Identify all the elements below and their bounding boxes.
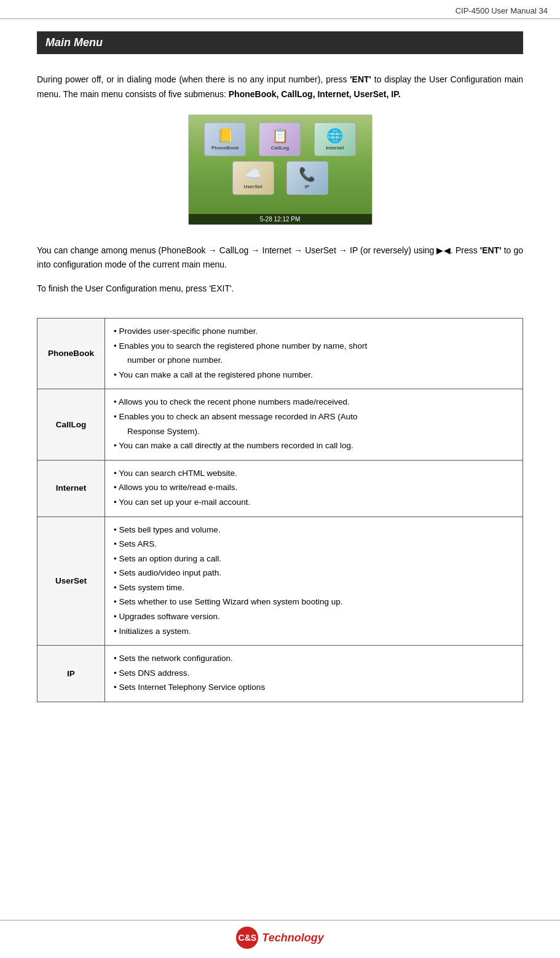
list-item: Sets the network configuration. bbox=[114, 652, 514, 665]
ip-icon: 📞 bbox=[299, 167, 315, 183]
internet-cell-desc: You can search cHTML website. Allows you… bbox=[105, 460, 523, 517]
intro-paragraph: During power off, or in dialing mode (wh… bbox=[37, 73, 523, 102]
nav-paragraph: You can change among menus (PhoneBook → … bbox=[37, 243, 523, 273]
list-item: Enables you to check an absent message r… bbox=[114, 410, 514, 424]
internet-icon-item: 🌐 Internet bbox=[314, 122, 356, 156]
bottom-icons-row: ☁️ UserSet 📞 IP bbox=[189, 161, 372, 200]
phonebook-icon-item: 📒 PhoneBook bbox=[204, 122, 246, 156]
list-item: You can make a call directly at the numb… bbox=[114, 439, 514, 453]
main-content: Main Menu During power off, or in dialin… bbox=[0, 19, 560, 764]
ent-label: 'ENT' bbox=[350, 74, 371, 84]
userset-icon-item: ☁️ UserSet bbox=[232, 161, 274, 195]
phonebook-cell-desc: Provides user-specific phone number. Ena… bbox=[105, 318, 523, 389]
internet-icon-box: 🌐 Internet bbox=[314, 122, 356, 156]
section-title: Main Menu bbox=[37, 31, 523, 54]
list-item: Sets Internet Telephony Service options bbox=[114, 681, 514, 694]
phonebook-label: PhoneBook bbox=[48, 349, 94, 358]
calllog-icon-item: 📋 CallLog bbox=[259, 122, 301, 156]
userset-label: UserSet bbox=[55, 576, 87, 585]
exit-text-content: To finish the User Configuration menu, p… bbox=[37, 283, 234, 293]
list-item: Sets whether to use Setting Wizard when … bbox=[114, 595, 514, 609]
menu-image-container: 📒 PhoneBook 📋 CallLog 🌐 Internet bbox=[37, 114, 523, 225]
table-body: PhoneBook Provides user-specific phone n… bbox=[37, 318, 523, 702]
internet-list: You can search cHTML website. Allows you… bbox=[114, 467, 514, 509]
calllog-cell-name: CallLog bbox=[37, 389, 105, 460]
internet-label: Internet bbox=[56, 483, 87, 493]
calllog-cell-desc: Allows you to check the recent phone num… bbox=[105, 389, 523, 460]
list-item: Provides user-specific phone number. bbox=[114, 325, 514, 338]
calllog-icon: 📋 bbox=[272, 128, 288, 144]
list-item: Sets audio/video input path. bbox=[114, 566, 514, 580]
list-item: You can set up your e-mail account. bbox=[114, 496, 514, 509]
ip-cell-name: IP bbox=[37, 646, 105, 702]
list-item: Sets an option during a call. bbox=[114, 552, 514, 566]
list-item: number or phone number. bbox=[114, 354, 514, 367]
ip-cell-desc: Sets the network configuration. Sets DNS… bbox=[105, 646, 523, 702]
list-item: Initializes a system. bbox=[114, 625, 514, 638]
ip-icon-item: 📞 IP bbox=[286, 161, 328, 195]
list-item: Sets system time. bbox=[114, 581, 514, 595]
internet-icon: 🌐 bbox=[326, 128, 343, 144]
timestamp-bar: 5-28 12:12 PM bbox=[189, 214, 372, 224]
submenus-label: PhoneBook, CallLog, Internet, UserSet, I… bbox=[229, 89, 401, 99]
exit-paragraph: To finish the User Configuration menu, p… bbox=[37, 282, 523, 296]
footer-logo: C&S Technology bbox=[236, 927, 323, 949]
ip-list: Sets the network configuration. Sets DNS… bbox=[114, 652, 514, 694]
internet-cell-name: Internet bbox=[37, 460, 105, 517]
intro-text-1: During power off, or in dialing mode (wh… bbox=[37, 74, 350, 84]
menu-image-box: 📒 PhoneBook 📋 CallLog 🌐 Internet bbox=[188, 114, 373, 225]
list-item: You can search cHTML website. bbox=[114, 467, 514, 480]
userset-icon-box: ☁️ UserSet bbox=[232, 161, 274, 195]
userset-icon: ☁️ bbox=[245, 167, 261, 183]
ip-icon-box: 📞 IP bbox=[286, 161, 328, 195]
userset-cell-name: UserSet bbox=[37, 517, 105, 646]
header-title: CIP-4500 User Manual 34 bbox=[455, 6, 548, 15]
nav-text-1: You can change among menus (PhoneBook → … bbox=[37, 245, 480, 255]
table-row: CallLog Allows you to check the recent p… bbox=[37, 389, 523, 460]
menu-table: PhoneBook Provides user-specific phone n… bbox=[37, 318, 523, 702]
logo-circle-icon: C&S bbox=[236, 927, 258, 949]
page-footer: C&S Technology bbox=[0, 920, 560, 949]
userset-list: Sets bell types and volume. Sets ARS. Se… bbox=[114, 523, 514, 638]
logo-icon: C&S bbox=[239, 933, 257, 943]
calllog-label: CallLog bbox=[56, 420, 87, 429]
phonebook-cell-name: PhoneBook bbox=[37, 318, 105, 389]
calllog-icon-label: CallLog bbox=[271, 145, 289, 151]
list-item: Upgrades software version. bbox=[114, 610, 514, 623]
table-row: IP Sets the network configuration. Sets … bbox=[37, 646, 523, 702]
phonebook-icon-label: PhoneBook bbox=[211, 145, 239, 151]
userset-cell-desc: Sets bell types and volume. Sets ARS. Se… bbox=[105, 517, 523, 646]
list-item: Response System). bbox=[114, 425, 514, 438]
calllog-icon-box: 📋 CallLog bbox=[259, 122, 301, 156]
internet-icon-label: Internet bbox=[326, 145, 344, 151]
phonebook-list: Provides user-specific phone number. Ena… bbox=[114, 325, 514, 381]
phonebook-icon-box: 📒 PhoneBook bbox=[204, 122, 246, 156]
list-item: Allows you to check the recent phone num… bbox=[114, 395, 514, 409]
list-item: Enables you to search the registered pho… bbox=[114, 339, 514, 353]
top-icons-row: 📒 PhoneBook 📋 CallLog 🌐 Internet bbox=[189, 115, 372, 161]
calllog-list: Allows you to check the recent phone num… bbox=[114, 395, 514, 452]
table-row: Internet You can search cHTML website. A… bbox=[37, 460, 523, 517]
table-row: UserSet Sets bell types and volume. Sets… bbox=[37, 517, 523, 646]
timestamp-text: 5-28 12:12 PM bbox=[260, 216, 301, 223]
list-item: Allows you to write/read e-mails. bbox=[114, 481, 514, 494]
page-header: CIP-4500 User Manual 34 bbox=[0, 0, 560, 19]
list-item: Sets DNS address. bbox=[114, 667, 514, 680]
nav-ent-label: 'ENT' bbox=[480, 245, 502, 255]
userset-icon-label: UserSet bbox=[243, 184, 262, 189]
table-row: PhoneBook Provides user-specific phone n… bbox=[37, 318, 523, 389]
list-item: Sets ARS. bbox=[114, 537, 514, 551]
phonebook-icon: 📒 bbox=[217, 128, 234, 144]
ip-icon-label: IP bbox=[305, 184, 310, 189]
logo-text: Technology bbox=[262, 932, 323, 944]
ip-label: IP bbox=[67, 669, 75, 678]
list-item: Sets bell types and volume. bbox=[114, 523, 514, 537]
list-item: You can make a call at the registered ph… bbox=[114, 368, 514, 382]
